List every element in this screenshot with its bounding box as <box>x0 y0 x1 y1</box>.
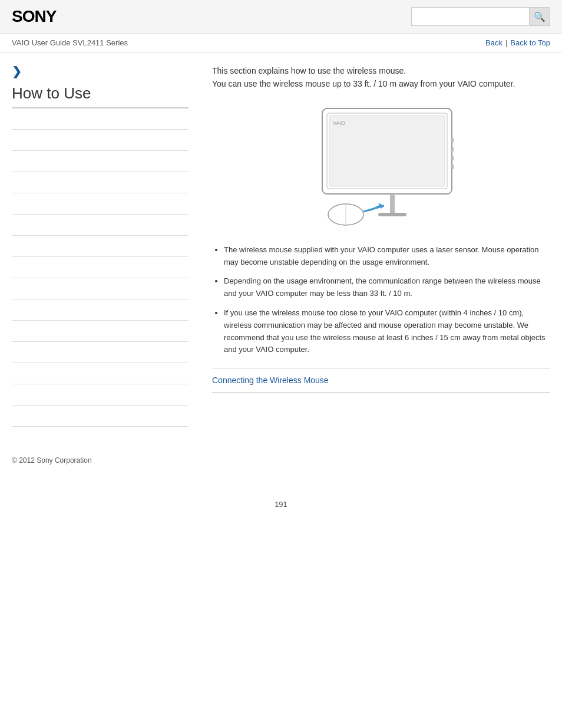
sidebar-menu <box>12 108 189 427</box>
nav-links: Back | Back to Top <box>485 38 550 47</box>
list-item[interactable] <box>12 278 189 299</box>
back-to-top-link[interactable]: Back to Top <box>510 38 550 47</box>
vaio-computer-svg: VAIO <box>287 103 475 232</box>
svg-rect-7 <box>451 164 454 169</box>
bullet-item-3: If you use the wireless mouse too close … <box>224 307 550 356</box>
list-item[interactable] <box>12 151 189 172</box>
page-header: SONY 🔍 <box>0 0 562 34</box>
connecting-wireless-mouse-link[interactable]: Connecting the Wireless Mouse <box>212 375 329 385</box>
bullet-item-2: Depending on the usage environment, the … <box>224 275 550 300</box>
search-button[interactable]: 🔍 <box>529 7 550 26</box>
list-item[interactable] <box>12 193 189 215</box>
list-item[interactable] <box>12 215 189 236</box>
related-section: Connecting the Wireless Mouse <box>212 368 550 393</box>
svg-rect-6 <box>451 156 454 160</box>
list-item[interactable] <box>12 108 189 130</box>
back-link[interactable]: Back <box>485 38 503 47</box>
search-area: 🔍 <box>411 7 550 26</box>
main-content: ❯ How to Use This section explains how t… <box>0 52 562 427</box>
svg-text:VAIO: VAIO <box>333 120 345 126</box>
list-item[interactable] <box>12 384 189 406</box>
sidebar-title: How to Use <box>12 84 189 108</box>
intro-line2: You can use the wireless mouse up to 33 … <box>212 79 515 88</box>
svg-rect-8 <box>390 194 395 215</box>
sony-logo: SONY <box>12 7 56 26</box>
list-item[interactable] <box>12 342 189 363</box>
copyright: © 2012 Sony Corporation <box>12 456 92 465</box>
list-item[interactable] <box>12 363 189 384</box>
content-section: This section explains how to use the wir… <box>200 64 550 427</box>
sidebar-arrow-icon: ❯ <box>12 64 189 78</box>
nav-bar: VAIO User Guide SVL2411 Series Back | Ba… <box>0 34 562 52</box>
svg-rect-9 <box>378 213 406 216</box>
wireless-mouse-illustration: VAIO <box>212 103 550 232</box>
nav-separator: | <box>505 38 507 47</box>
page-footer: © 2012 Sony Corporation <box>0 444 562 476</box>
bullet-list: The wireless mouse supplied with your VA… <box>212 244 550 356</box>
list-item[interactable] <box>12 130 189 151</box>
list-item[interactable] <box>12 406 189 427</box>
bullet-item-1: The wireless mouse supplied with your VA… <box>224 244 550 269</box>
intro-paragraph: This section explains how to use the wir… <box>212 64 550 91</box>
list-item[interactable] <box>12 236 189 257</box>
search-icon: 🔍 <box>534 11 546 22</box>
list-item[interactable] <box>12 257 189 278</box>
svg-rect-2 <box>329 116 445 186</box>
sidebar: ❯ How to Use <box>12 64 189 427</box>
page-number: 191 <box>0 500 562 509</box>
svg-rect-4 <box>451 138 454 143</box>
list-item[interactable] <box>12 321 189 342</box>
intro-line1: This section explains how to use the wir… <box>212 66 406 75</box>
list-item[interactable] <box>12 299 189 321</box>
list-item[interactable] <box>12 172 189 193</box>
breadcrumb: VAIO User Guide SVL2411 Series <box>12 38 128 47</box>
search-input[interactable] <box>411 7 529 26</box>
svg-rect-5 <box>451 147 454 151</box>
